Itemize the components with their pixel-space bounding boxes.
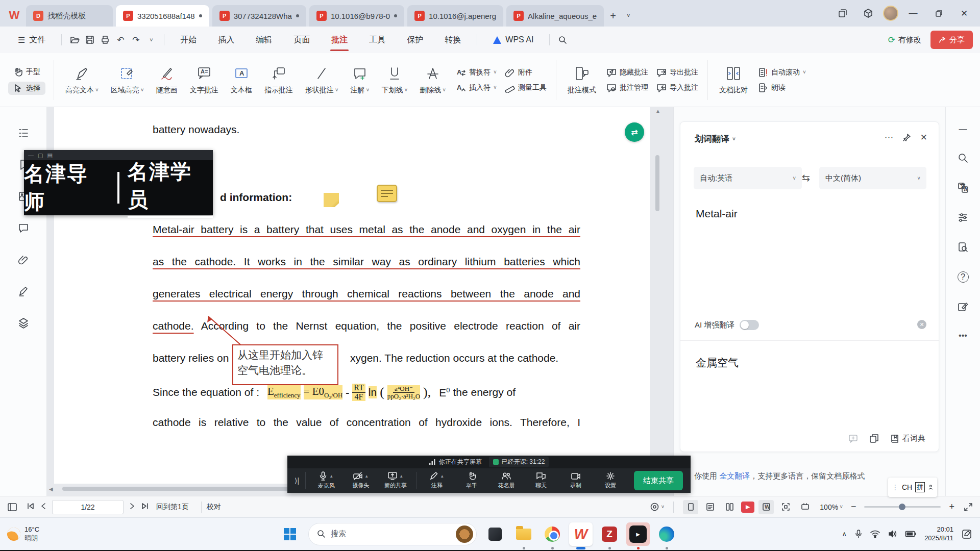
raise-hand-button[interactable]: 举手	[455, 472, 488, 490]
taskbar-classin-active[interactable]: ▸	[626, 522, 650, 546]
insert-mark-button[interactable]: A 插入符˅	[456, 83, 497, 93]
tray-microphone-icon[interactable]	[855, 530, 862, 538]
clear-icon[interactable]: ✕	[917, 320, 926, 329]
more-options-icon[interactable]: ⋯	[885, 132, 893, 143]
share-button[interactable]: 分享	[930, 31, 973, 49]
outline-icon[interactable]	[18, 128, 29, 139]
menu-protect[interactable]: 保护	[396, 27, 434, 53]
taskbar-zotero[interactable]: Z	[598, 522, 621, 546]
next-page-button[interactable]	[129, 503, 136, 511]
annotate-button[interactable]: ▲ 注释	[421, 472, 453, 489]
wifi-icon[interactable]	[870, 530, 880, 538]
file-menu[interactable]: ☰ 文件	[7, 27, 56, 53]
play-button[interactable]: ▶	[741, 502, 754, 513]
prev-page-button[interactable]	[40, 503, 47, 511]
collapse-toolbar-button[interactable]: ⟩|	[295, 477, 299, 485]
help-icon[interactable]: ?	[958, 271, 969, 283]
start-button[interactable]	[278, 522, 302, 546]
ai-translate-toggle[interactable]	[740, 320, 759, 330]
minimize-button[interactable]: —	[902, 4, 924, 22]
attachment-button[interactable]: 附件	[505, 67, 547, 78]
scroll-left-icon[interactable]: ◀	[49, 486, 53, 492]
strikethrough-button[interactable]: 删除线˅	[413, 65, 452, 95]
annotations-icon[interactable]	[18, 286, 29, 297]
taskbar-chrome[interactable]	[541, 522, 564, 546]
translate-icon[interactable]: 文A	[958, 182, 969, 193]
search-icon[interactable]	[555, 32, 570, 47]
fullscreen-icon[interactable]	[964, 503, 973, 512]
swap-languages-icon[interactable]: ⇆	[802, 172, 810, 184]
settings-button[interactable]: 设置	[594, 472, 627, 489]
translate-fab-button[interactable]: ⇄	[625, 122, 644, 142]
zoom-out-button[interactable]: −	[851, 502, 856, 512]
wps-view-icon[interactable]: W	[758, 500, 774, 514]
zoom-slider-knob[interactable]	[899, 504, 905, 510]
search-icon[interactable]	[958, 153, 968, 163]
menu-tools[interactable]: 工具	[358, 27, 396, 53]
wps-ai-menu[interactable]: WPS AI	[482, 27, 544, 53]
double-page-view-icon[interactable]	[722, 500, 737, 514]
zoom-in-button[interactable]: +	[949, 502, 954, 512]
hand-tool[interactable]: 手型	[8, 65, 45, 79]
wps-logo[interactable]: W	[4, 4, 24, 27]
target-language-select[interactable]: 中文(简体) ˅	[819, 167, 926, 189]
tab-document[interactable]: P 10.1016@j.apenerg	[407, 5, 503, 27]
tab-document-active[interactable]: P 332051688af148	[116, 5, 209, 27]
menu-insert[interactable]: 插入	[207, 27, 245, 53]
volume-icon[interactable]	[888, 530, 897, 538]
taskbar-file-explorer[interactable]	[512, 522, 535, 546]
user-avatar[interactable]	[883, 6, 898, 21]
measure-tool-button[interactable]: 测量工具	[505, 83, 547, 93]
read-aloud-button[interactable]: 朗读	[758, 83, 806, 93]
chat-button[interactable]: 聊天	[525, 472, 557, 489]
tabs-overview-icon[interactable]	[832, 4, 853, 22]
doc-finder-icon[interactable]	[958, 242, 968, 253]
fit-width-icon[interactable]	[797, 500, 813, 514]
read-mode-button[interactable]: ˅	[650, 502, 664, 512]
battery-icon[interactable]	[905, 531, 916, 537]
open-icon[interactable]	[67, 32, 82, 47]
last-page-button[interactable]	[141, 503, 149, 511]
quick-access-dropdown[interactable]: ˅	[143, 32, 159, 47]
source-text[interactable]: Metal-air	[696, 208, 738, 220]
tab-document[interactable]: P 3077324128Wha	[212, 5, 306, 27]
book-view-icon[interactable]	[702, 500, 718, 514]
taskbar-wps-active[interactable]: W	[569, 522, 593, 546]
text-box-button[interactable]: A 文本框	[225, 65, 258, 95]
fit-page-icon[interactable]	[778, 500, 793, 514]
menu-page[interactable]: 页面	[283, 27, 321, 53]
callout-comment-button[interactable]: 指示批注	[258, 65, 299, 95]
doc-compare-button[interactable]: 文档比对	[713, 65, 754, 95]
freehand-draw-button[interactable]: 随意画	[150, 65, 184, 95]
banner-menu-icon[interactable]: ▤	[47, 152, 52, 159]
hidden-icons-chevron[interactable]: ∧	[842, 530, 847, 538]
name-banner-window[interactable]: — ▢ ▤ 名津导师 名津学员	[24, 150, 213, 215]
scrollbar-thumb[interactable]	[62, 487, 317, 491]
roster-button[interactable]: 花名册	[490, 472, 523, 489]
comment-note-icon[interactable]	[377, 185, 397, 202]
new-share-button[interactable]: ▲ 新的共享	[379, 472, 412, 489]
more-icon[interactable]: •••	[959, 331, 967, 340]
taskbar-search[interactable]: 搜索	[308, 523, 477, 545]
adjust-icon[interactable]	[958, 212, 968, 223]
dropdown-triangle[interactable]: ▲	[364, 474, 369, 479]
import-comments-button[interactable]: 导入批注	[656, 83, 698, 93]
menu-convert[interactable]: 转换	[434, 27, 472, 53]
zoom-level[interactable]: 100% ˅	[820, 503, 843, 511]
area-highlight-button[interactable]: 区域高亮˅	[105, 65, 150, 95]
annotation-button[interactable]: 注解˅	[345, 65, 376, 95]
tab-document[interactable]: P Alkaline_aqueous_e	[506, 5, 604, 27]
layers-icon[interactable]	[18, 317, 29, 329]
modified-status[interactable]: ⟳ 有修改	[888, 35, 921, 45]
annotation-note-box[interactable]: 从这里开始加入锌 空气电池理论。	[232, 344, 338, 385]
scroll-up-icon[interactable]: ▲	[655, 108, 660, 114]
copy-icon[interactable]	[869, 434, 879, 443]
collapse-icon[interactable]: —	[959, 124, 967, 134]
dictionary-button[interactable]: 看词典	[890, 434, 925, 443]
attachments-icon[interactable]	[18, 254, 29, 265]
camera-button[interactable]: ▲ 摄像头	[345, 472, 377, 489]
menu-edit[interactable]: 编辑	[245, 27, 283, 53]
sidebar-toggle-icon[interactable]	[7, 502, 17, 512]
comments-icon[interactable]	[18, 222, 29, 234]
dropdown-triangle[interactable]: ▲	[440, 474, 444, 479]
